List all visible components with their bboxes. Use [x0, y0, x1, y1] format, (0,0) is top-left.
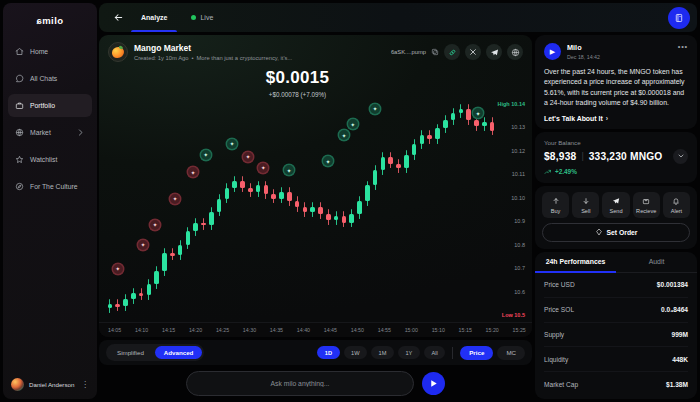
- sidebar-item-watchlist[interactable]: Watchlist: [8, 148, 92, 171]
- stats-rows: Price USD $0.001384 Price SOL 0.0₄8464 S…: [544, 273, 688, 396]
- sell-label: Sell: [581, 208, 590, 214]
- y-axis: High 10.14 10.1310.1210.1110.1010.910.81…: [496, 100, 532, 319]
- sentiment-marker[interactable]: ✦: [337, 129, 350, 142]
- metric-mc-button[interactable]: MC: [497, 346, 525, 360]
- sentiment-marker[interactable]: ✦: [472, 107, 485, 120]
- balance-expand-button[interactable]: [673, 149, 688, 164]
- sentiment-marker[interactable]: ✦: [199, 148, 212, 161]
- sell-button[interactable]: Sell: [572, 192, 599, 218]
- pump-pill-button[interactable]: [444, 44, 460, 60]
- sentiment-marker[interactable]: ✦: [346, 118, 359, 131]
- more-options-icon[interactable]: •••: [678, 43, 688, 51]
- set-order-button[interactable]: Set Order: [542, 223, 690, 242]
- buy-button[interactable]: Buy: [542, 192, 569, 218]
- x-tick: 14:45: [324, 327, 337, 333]
- sentiment-marker[interactable]: ✦: [137, 238, 150, 251]
- divider: [452, 347, 453, 359]
- sentiment-marker[interactable]: ✦: [241, 150, 254, 163]
- x-tick: 14:05: [108, 327, 121, 333]
- x-tick: 14:25: [216, 327, 229, 333]
- timeframe-1m-button[interactable]: 1M: [371, 346, 394, 359]
- candlestick-plot[interactable]: ✦✦✦✦✦✦✦✦✦✦✦✦✦✦✦: [106, 100, 496, 319]
- chat-icon: [15, 74, 24, 83]
- sentiment-marker[interactable]: ✦: [111, 262, 124, 275]
- trend-up-icon: [544, 168, 552, 176]
- tab-live-label: Live: [200, 14, 213, 21]
- candle-body: [193, 223, 198, 232]
- sidebar-item-label: Market: [30, 129, 51, 136]
- back-button[interactable]: [107, 12, 129, 23]
- home-icon: [15, 47, 24, 56]
- sidebar-item-for-the-culture[interactable]: For The Culture: [8, 175, 92, 198]
- timeframe-1d-button[interactable]: 1D: [317, 346, 339, 359]
- content: Analyze Live Ma: [97, 0, 700, 402]
- timeframe-1w-button[interactable]: 1W: [344, 346, 368, 359]
- metric-price-button[interactable]: Price: [460, 346, 493, 360]
- sentiment-marker[interactable]: ✦: [282, 164, 295, 177]
- mode-advanced-button[interactable]: Advanced: [155, 346, 203, 359]
- stat-value: $1.38M: [666, 381, 688, 388]
- ask-milo-input[interactable]: [186, 371, 414, 396]
- x-tick: 15:10: [432, 327, 445, 333]
- sentiment-marker[interactable]: ✦: [321, 155, 334, 168]
- stat-value: 448K: [672, 356, 688, 363]
- x-tick: 14:55: [378, 327, 391, 333]
- sidebar-item-portfolio[interactable]: Portfolio: [8, 94, 92, 117]
- candle-body: [178, 245, 183, 256]
- candle-body: [264, 185, 269, 194]
- stat-row-price-usd: Price USD $0.001384: [544, 273, 688, 298]
- alert-button[interactable]: Alert: [663, 192, 690, 218]
- x-tick: 14:35: [270, 327, 283, 333]
- tab-analyze[interactable]: Analyze: [129, 3, 179, 32]
- sentiment-marker[interactable]: ✦: [225, 137, 238, 150]
- send-token-button[interactable]: Send: [602, 192, 629, 218]
- high-label: High 10.14: [497, 101, 525, 107]
- timeframe-all-button[interactable]: All: [424, 346, 445, 359]
- sidebar-item-market[interactable]: Market: [8, 121, 92, 144]
- tab-audit[interactable]: Audit: [616, 252, 697, 272]
- candle-body: [334, 216, 339, 220]
- notebook-icon: [674, 13, 684, 23]
- briefcase-icon: [15, 101, 24, 110]
- sidebar-item-label: Portfolio: [30, 102, 55, 109]
- candle-body: [388, 157, 393, 164]
- receive-button[interactable]: Recieve: [633, 192, 660, 218]
- journal-button[interactable]: [668, 7, 690, 29]
- sidebar-item-home[interactable]: Home: [8, 40, 92, 63]
- user-profile[interactable]: Daniel Anderson ⋮: [3, 372, 97, 393]
- sentiment-marker[interactable]: ✦: [169, 192, 182, 205]
- x-twitter-button[interactable]: [465, 44, 481, 60]
- sentiment-marker[interactable]: ✦: [369, 102, 382, 115]
- candle-body: [357, 201, 362, 214]
- copy-icon[interactable]: [431, 48, 439, 56]
- mode-toggle-group: Simplified Advanced: [106, 344, 204, 361]
- low-label: Low 10.5: [502, 312, 525, 318]
- send-button[interactable]: [422, 372, 445, 395]
- mode-simplified-button[interactable]: Simplified: [108, 346, 153, 359]
- candle-body: [396, 164, 401, 168]
- assistant-timestamp: Dec 18, 14:42: [567, 54, 600, 60]
- token-address: 6aSK....pump: [391, 49, 426, 55]
- kebab-menu-icon[interactable]: ⋮: [81, 381, 89, 389]
- tab-24h-performances[interactable]: 24h Performances: [535, 252, 616, 272]
- sentiment-marker[interactable]: ✦: [186, 166, 199, 179]
- candle-body: [248, 188, 253, 192]
- stat-value: 999M: [672, 331, 689, 338]
- telegram-button[interactable]: [486, 44, 502, 60]
- website-globe-button[interactable]: [507, 44, 523, 60]
- sidebar-item-all-chats[interactable]: All Chats: [8, 67, 92, 90]
- buy-label: Buy: [551, 208, 561, 214]
- candle-body: [123, 299, 128, 306]
- sentiment-marker[interactable]: ✦: [149, 218, 162, 231]
- price-block: $0.0015 +$0.00078 (+7.09%): [99, 68, 496, 98]
- candle-body: [256, 185, 261, 192]
- stat-row-supply: Supply 999M: [544, 323, 688, 348]
- candle-body: [108, 304, 113, 308]
- tab-live[interactable]: Live: [179, 3, 225, 32]
- timeframe-1y-button[interactable]: 1Y: [398, 346, 420, 359]
- sentiment-marker[interactable]: ✦: [257, 161, 270, 174]
- y-tick: 10.13: [511, 124, 525, 130]
- lets-talk-link[interactable]: Let's Talk About It ›: [544, 115, 688, 122]
- candle-body: [310, 207, 315, 211]
- stat-label: Price SOL: [544, 306, 574, 313]
